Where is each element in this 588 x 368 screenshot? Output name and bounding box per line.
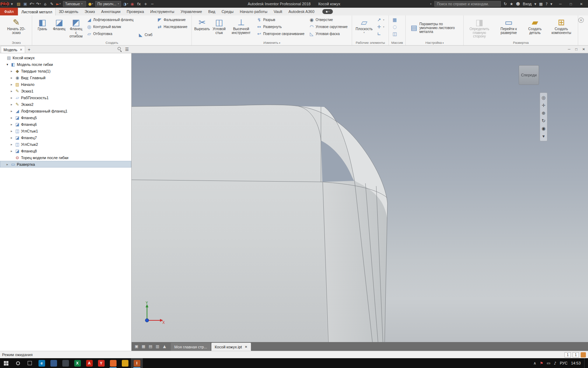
part-flange-face[interactable] (322, 181, 387, 342)
make-components-button[interactable]: ⊞Создать компоненты (547, 16, 576, 36)
tree-item[interactable]: ▤Косой кожух (0, 54, 131, 61)
user-icon[interactable]: ☻ (516, 2, 520, 6)
arrange-vertical-button[interactable]: ▥ (154, 342, 161, 351)
nav-more-icon[interactable]: ▾ (542, 134, 545, 138)
corner-chamfer-button[interactable]: ◺Угловая фаска (308, 30, 350, 37)
bend-button[interactable]: ◣Сгиб (137, 32, 154, 38)
start-button[interactable] (0, 358, 12, 368)
make-part-button[interactable]: ▰Создать деталь (524, 16, 546, 36)
tree-item[interactable]: ▸◪Фланец5 (0, 114, 131, 121)
app-browser-orange-taskbar-button[interactable] (107, 358, 119, 368)
ribbon-tab[interactable]: Аннотации (98, 8, 124, 15)
add-panel-button[interactable]: + (26, 46, 32, 53)
expand-icon[interactable]: ▸ (5, 163, 9, 166)
app-blue-taskbar-button[interactable] (48, 358, 59, 368)
tree-item[interactable]: ▸◉Вид: Главный (0, 74, 131, 81)
tree-item[interactable]: ▸◫УглСтык2 (0, 141, 131, 148)
measure-button[interactable]: ─ (149, 1, 155, 7)
document-tab[interactable]: Косой кожух.ipt✕ (211, 343, 251, 351)
ribbon-tab[interactable]: Vault (271, 8, 285, 15)
signin-button[interactable]: Вход (523, 2, 532, 6)
tile-windows-button[interactable]: ▦ (140, 342, 147, 351)
language-indicator[interactable]: РУС (560, 361, 567, 365)
home-button[interactable]: ⌂ (42, 1, 48, 7)
ribbon-tab[interactable]: Эскиз (82, 8, 98, 15)
app-excel-taskbar-button[interactable]: X (71, 358, 83, 368)
favorites-star-icon[interactable]: ★ (510, 2, 513, 6)
arrange-horizontal-button[interactable]: ▤ (147, 342, 154, 351)
rip-button[interactable]: ↯Разрыв (255, 16, 307, 23)
display-icon[interactable]: ▭ (547, 361, 550, 365)
tree-item[interactable]: ▸▭Развертка (0, 161, 131, 168)
ucs-button[interactable]: ∟ (376, 30, 387, 37)
flange-button[interactable]: ◪Фланец (51, 16, 67, 32)
ribbon-tab[interactable]: 3D-модель (56, 8, 81, 15)
app-yellow-taskbar-button[interactable] (119, 358, 131, 368)
ribbon-tab[interactable]: Инструменты (147, 8, 177, 15)
contour-flange-button[interactable]: ◩Фланец с отгибом (68, 16, 84, 40)
app-edge-taskbar-button[interactable]: e (36, 358, 48, 368)
parameters-fx-button[interactable]: fx (136, 1, 142, 7)
expand-icon[interactable]: ▸ (9, 143, 14, 146)
expand-icon[interactable]: ▸ (9, 89, 14, 93)
document-minimize-button[interactable]: ─ (568, 47, 570, 51)
expand-icon[interactable]: ▸ (9, 116, 14, 120)
cut-button[interactable]: ✂Вырезать (194, 16, 210, 32)
open-button[interactable]: ▨ (15, 1, 22, 7)
show-desktop-button[interactable] (584, 358, 586, 368)
volume-icon[interactable]: ♪ (554, 361, 556, 365)
tree-item[interactable]: ⊖Торец модели после гибки (0, 154, 131, 161)
sheet-metal-part[interactable] (132, 53, 588, 342)
browser-search-icon[interactable] (118, 47, 122, 52)
tree-item[interactable]: ▸▱РабПлоскость1 (0, 94, 131, 101)
help-icon[interactable]: ? (546, 2, 548, 6)
defender-flag-icon[interactable]: ⚑ (540, 361, 543, 365)
contour-roll-button[interactable]: ◎Контурный валик (85, 23, 135, 30)
point-button[interactable]: ✛▾ (376, 23, 387, 30)
tree-item[interactable]: ▸◪Фланец6 (0, 121, 131, 128)
undo-button[interactable]: ↶▾ (29, 1, 35, 7)
close-panel-icon[interactable]: ✕ (20, 48, 22, 52)
inventor-logo-button[interactable]: PRO (1, 1, 8, 7)
search-expand-icon[interactable]: ▸ (430, 2, 432, 5)
expand-icon[interactable]: ▸ (9, 83, 14, 86)
notification-icon[interactable] (581, 352, 586, 357)
view-cube[interactable]: Спереди (519, 65, 539, 85)
expand-icon[interactable]: ▸ (9, 96, 14, 100)
close-button[interactable]: ✕ (576, 0, 587, 8)
expand-icon[interactable]: ▸ (9, 149, 14, 153)
face-button[interactable]: ◧Грань (34, 16, 50, 32)
sync-icon[interactable]: ↻ (504, 2, 507, 6)
ribbon-options-button[interactable]: ▾ (322, 9, 333, 14)
corner-round-button[interactable]: ◠Угловое скругление (308, 23, 350, 30)
close-tab-icon[interactable]: ✕ (245, 345, 247, 349)
search-button[interactable] (12, 358, 24, 368)
app-acrobat-taskbar-button[interactable]: A (83, 358, 95, 368)
expand-icon[interactable]: ▸ (9, 129, 14, 133)
sketch-pen-button[interactable]: ✎ (49, 1, 55, 7)
tree-item[interactable]: ▸◪Фланец7 (0, 134, 131, 141)
tree-item[interactable]: ▸◫УглСтык1 (0, 128, 131, 134)
ribbon-tab[interactable]: Управление (177, 8, 205, 15)
app-y-taskbar-button[interactable]: Y (95, 358, 107, 368)
add-button[interactable]: + (142, 1, 149, 7)
mirror-button[interactable]: ◫ (391, 30, 399, 37)
lofted-flange-button[interactable]: ◢Лофтированный фланец (85, 16, 135, 23)
ribbon-collapse-button[interactable]: ▾ (578, 18, 584, 23)
ribbon-tab[interactable]: Листовой металл (18, 8, 56, 15)
menu-caret-button[interactable]: ▾ (9, 1, 15, 7)
look-at-icon[interactable]: ◉ (541, 126, 545, 131)
expand-icon[interactable]: ▸ (9, 123, 14, 126)
axis-button[interactable]: ↗▾ (376, 16, 387, 23)
help-caret-icon[interactable]: ▾ (550, 2, 552, 6)
tree-item[interactable]: ▸▨Начало (0, 81, 131, 88)
flat-pattern-button[interactable]: ▭Перейти к развертке (494, 16, 523, 36)
help-search-input[interactable] (434, 1, 501, 7)
refold-button[interactable]: ↩Повторное сворачивание (255, 30, 307, 37)
rect-pattern-button[interactable]: ▦ (391, 16, 399, 23)
cascade-windows-button[interactable]: ▣ (133, 342, 140, 351)
task-view-button[interactable] (24, 358, 36, 368)
ribbon-tab[interactable]: Autodesk A360 (285, 8, 317, 15)
ribbon-tab[interactable]: Начало работы (237, 8, 271, 15)
expand-icon[interactable]: ▸ (9, 76, 14, 80)
